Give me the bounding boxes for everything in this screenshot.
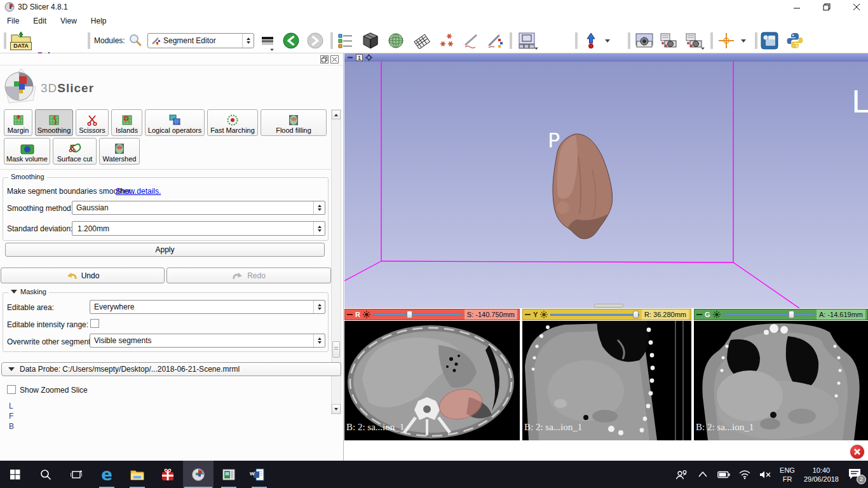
combo-spinner[interactable] [313,301,325,313]
panel-close-button[interactable] [330,55,339,64]
model-sphere-button[interactable] [386,32,405,50]
slicer-taskbar-button[interactable] [183,461,214,488]
screenshot-button[interactable] [634,32,654,50]
combo-spinner[interactable] [313,334,325,347]
slice-letter-badge[interactable]: R [355,311,360,318]
slice-offset-slider[interactable] [373,311,462,318]
view-splitter-handle[interactable] [594,304,623,308]
ruler-annotation-button[interactable] [461,32,480,50]
threed-view-header[interactable]: 1 [344,53,868,62]
file-explorer-taskbar-button[interactable] [122,461,153,488]
effect-flood-filling-button[interactable]: Flood filling [261,109,327,136]
smoothing-method-combobox[interactable]: Gaussian [72,201,325,215]
edge-taskbar-button[interactable]: e [92,461,122,488]
slice-visibility-icon[interactable] [713,311,721,318]
segment-3d-mesh[interactable] [553,134,613,239]
slice-offset-value[interactable]: S: -140.750mm [465,309,517,320]
toolbar-grip[interactable] [710,32,713,49]
pin-icon[interactable] [347,55,353,60]
threed-view[interactable]: 1 P [344,53,868,308]
layout-selector-button[interactable] [516,32,538,50]
effect-margin-button[interactable]: Margin [4,109,32,136]
crosshair-dropdown-button[interactable] [738,36,749,46]
markups-button[interactable] [437,32,456,50]
slider-handle[interactable] [407,311,412,318]
toolbar-grip[interactable] [88,32,90,49]
task-view-button[interactable] [61,461,92,488]
extensions-manager-button[interactable] [760,31,779,50]
language-indicator[interactable]: ENG FR [780,466,795,484]
scroll-thumb[interactable] [332,341,340,358]
effect-logical-operators-button[interactable]: Logical operators [145,109,205,136]
scene-view-menu-button[interactable] [682,32,705,50]
redo-button[interactable]: Redo [166,268,331,283]
effect-watershed-button[interactable]: Watershed [99,138,140,165]
show-zoomed-slice-checkbox[interactable] [7,385,16,394]
panel-float-button[interactable] [320,55,329,64]
minimize-button[interactable] [787,1,806,13]
slice-letter-badge[interactable]: G [705,311,710,318]
yellow-slice-view[interactable]: B: 2: sa...ion_1 [522,321,691,440]
fiducial-dropdown-button[interactable] [602,36,613,46]
slice-offset-value[interactable]: A: -14.619mm [817,309,865,320]
wifi-icon[interactable] [739,470,750,479]
menu-help[interactable]: Help [84,15,114,27]
close-button[interactable] [847,1,866,13]
pin-icon[interactable] [347,312,353,317]
module-search-icon[interactable] [128,33,142,47]
module-selector-spinner[interactable] [242,34,254,48]
volume-muted-icon[interactable] [759,470,772,479]
battery-icon[interactable] [717,471,730,478]
data-probe-header[interactable]: Data Probe: C:/Users/msepty/Desktop/...2… [1,362,341,376]
red-slice-view[interactable]: B: 2: sa...ion_1 [344,321,520,440]
toolbar-grip[interactable] [510,32,512,49]
effect-scissors-button[interactable]: Scissors [76,109,109,136]
scene-view-button[interactable] [658,32,679,50]
spinbox-arrows[interactable] [313,222,325,235]
editable-intensity-checkbox[interactable] [90,319,99,328]
viewer-app-taskbar-button[interactable] [214,461,244,488]
start-button[interactable] [0,461,31,488]
subject-hierarchy-button[interactable] [337,32,355,50]
effect-smoothing-button[interactable]: Smoothing [35,109,73,136]
toolbar-grip[interactable] [628,32,630,49]
action-center-button[interactable]: 2 [848,468,862,482]
module-back-button[interactable] [282,32,300,50]
slice-letter-badge[interactable]: Y [533,311,538,318]
view-options-icon[interactable] [365,54,372,61]
threed-scene[interactable]: P L [344,62,868,308]
green-slice-view[interactable]: B: 2: sa...ion_1 [694,321,868,440]
menu-edit[interactable]: Edit [26,15,53,27]
overwrite-segments-combobox[interactable]: Visible segments [90,334,325,348]
python-console-button[interactable] [785,31,804,50]
slider-handle[interactable] [789,311,794,318]
editable-area-combobox[interactable]: Everywhere [90,300,325,314]
annotations-pen-button[interactable] [485,32,505,50]
slider-handle[interactable] [633,311,639,318]
slice-visibility-icon[interactable] [363,311,370,318]
apply-button[interactable]: Apply [5,243,325,257]
effect-fast-marching-button[interactable]: Fast Marching [207,109,258,136]
popup-close-button[interactable] [849,444,865,460]
menu-view[interactable]: View [53,15,84,27]
scroll-up-button[interactable] [332,110,341,119]
gift-app-taskbar-button[interactable] [153,461,183,488]
combo-spinner[interactable] [313,201,325,214]
module-selector[interactable]: Segment Editor [147,33,254,48]
fiducial-place-button[interactable] [583,32,599,50]
restore-button[interactable] [817,1,836,13]
toolbar-grip[interactable] [755,32,757,49]
show-details-link[interactable]: Show details. [116,187,161,196]
masking-header[interactable]: Masking [8,288,49,295]
crosshair-button[interactable] [717,32,736,50]
slice-offset-value[interactable]: R: 36.280mm [642,309,689,320]
toolbar-grip[interactable] [4,32,6,49]
pin-icon[interactable] [525,312,531,317]
standard-deviation-spinbox[interactable]: 1.200mm [72,221,325,236]
scroll-down-button[interactable] [332,404,341,414]
pin-icon[interactable] [696,312,702,317]
effect-islands-button[interactable]: Islands [111,109,142,136]
volume-cube-button[interactable] [361,32,380,50]
module-forward-button[interactable] [306,32,324,50]
toolbar-grip[interactable] [575,32,578,49]
